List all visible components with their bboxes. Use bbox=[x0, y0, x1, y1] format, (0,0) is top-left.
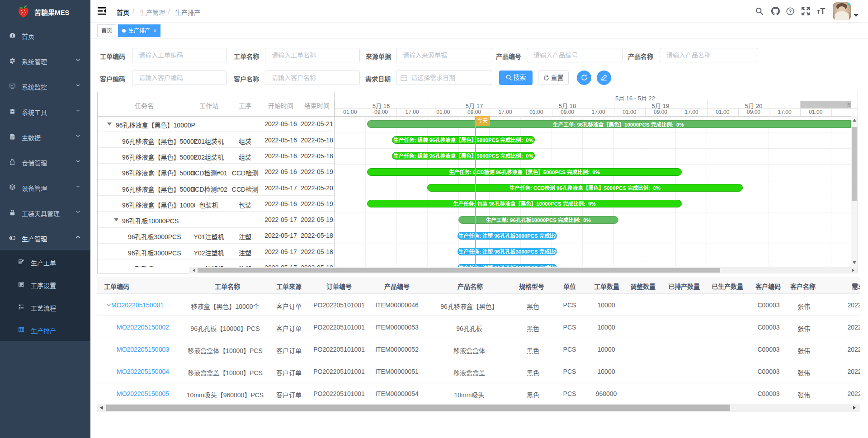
svg-text:?: ? bbox=[789, 9, 792, 14]
